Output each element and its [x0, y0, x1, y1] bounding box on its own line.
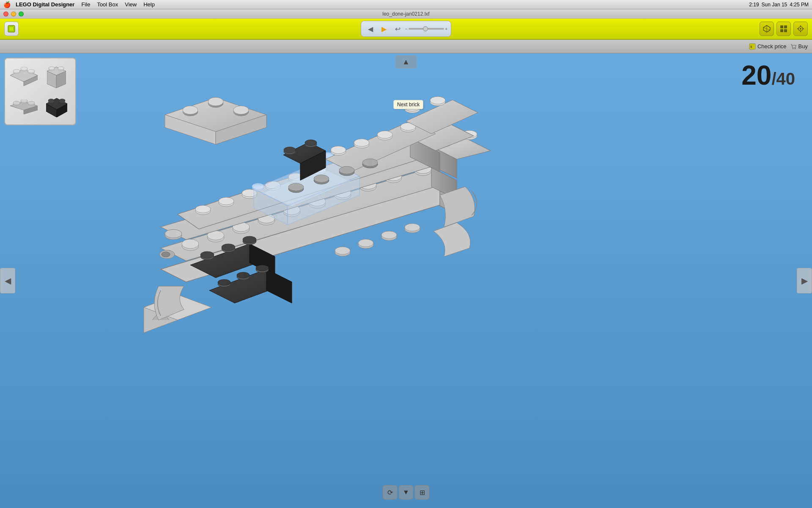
nav-controls: ◀ ▶ ↩ − + — [361, 21, 451, 37]
view-3d-button[interactable] — [760, 22, 774, 36]
svg-rect-7 — [780, 29, 783, 32]
window-title: leo_done-jan0212.lxf — [382, 11, 429, 17]
svg-point-27 — [208, 97, 223, 106]
svg-point-116 — [354, 139, 369, 146]
svg-point-149 — [358, 239, 373, 247]
next-button[interactable]: ▶ — [378, 23, 390, 35]
svg-rect-8 — [784, 29, 787, 32]
svg-point-145 — [256, 265, 269, 271]
svg-point-95 — [222, 244, 235, 251]
refresh-button[interactable]: ↩ — [392, 23, 403, 35]
svg-point-168 — [58, 66, 64, 69]
menubar: 🍎 LEGO Digital Designer File Tool Box Vi… — [0, 0, 812, 9]
svg-point-29 — [233, 106, 249, 114]
scroll-down-button[interactable]: ▼ — [399, 485, 413, 500]
svg-point-172 — [13, 101, 20, 105]
menu-help[interactable]: Help — [143, 1, 155, 8]
scroll-up-button[interactable]: ▲ — [395, 55, 417, 68]
brick-thumb-4 — [41, 92, 72, 121]
svg-point-166 — [49, 66, 55, 69]
svg-point-137 — [362, 159, 378, 166]
time: 4:25 PM — [790, 2, 809, 8]
menu-toolbox[interactable]: Tool Box — [97, 1, 118, 8]
svg-rect-19 — [0, 53, 812, 508]
buy-button[interactable]: Buy — [790, 43, 808, 50]
svg-point-10 — [800, 28, 801, 30]
battery-status: 2:19 — [749, 2, 759, 8]
svg-point-181 — [48, 99, 54, 102]
svg-point-114 — [331, 146, 346, 154]
step-counter: 20/40 — [741, 62, 795, 89]
svg-point-68 — [219, 197, 234, 205]
svg-point-17 — [792, 48, 793, 49]
svg-point-151 — [381, 231, 397, 239]
brick-thumb-3 — [8, 92, 39, 121]
svg-rect-5 — [780, 25, 783, 28]
brick-thumb-2 — [41, 62, 72, 91]
svg-point-135 — [339, 166, 354, 174]
svg-point-147 — [335, 247, 350, 254]
menu-view[interactable]: View — [125, 1, 137, 8]
step-current: 20 — [741, 60, 771, 91]
svg-point-157 — [13, 69, 20, 73]
prev-step-button[interactable]: ◀ — [0, 268, 15, 293]
close-button[interactable] — [3, 11, 8, 17]
svg-point-159 — [21, 67, 27, 70]
svg-point-25 — [183, 106, 198, 114]
sub-toolbar: $ Check price Buy — [0, 40, 812, 53]
main-area: 20/40 ▲ Next brick ◀ ▶ ⟳ ▼ ⊞ — [0, 53, 812, 508]
svg-point-161 — [28, 69, 35, 73]
svg-point-37 — [182, 239, 199, 248]
maximize-button[interactable] — [19, 11, 24, 17]
svg-point-133 — [314, 175, 329, 182]
brick-thumb-1 — [8, 62, 39, 91]
svg-point-143 — [237, 272, 250, 278]
check-price-button[interactable]: $ Check price — [749, 43, 787, 50]
prev-button[interactable]: ◀ — [365, 23, 376, 35]
apple-menu[interactable]: 🍎 — [3, 1, 11, 8]
svg-point-176 — [28, 101, 35, 105]
svg-point-131 — [288, 183, 304, 191]
toolbar-right — [760, 22, 808, 36]
svg-point-103 — [252, 183, 264, 189]
home-button[interactable] — [4, 22, 19, 36]
svg-point-141 — [218, 279, 230, 285]
svg-point-118 — [377, 131, 392, 138]
menu-file[interactable]: File — [81, 1, 90, 8]
svg-point-129 — [162, 252, 170, 257]
svg-point-93 — [200, 251, 214, 258]
svg-point-97 — [243, 236, 256, 243]
svg-rect-6 — [784, 25, 787, 28]
svg-point-127 — [165, 229, 182, 238]
svg-point-174 — [21, 99, 27, 102]
svg-point-111 — [305, 140, 317, 146]
svg-point-125 — [430, 97, 445, 104]
svg-text:$: $ — [750, 45, 752, 49]
bottom-controls: ⟳ ▼ ⊞ — [383, 485, 429, 500]
svg-point-66 — [195, 205, 211, 213]
svg-rect-1 — [9, 27, 14, 31]
rotate-button[interactable]: ⟳ — [383, 485, 397, 500]
zoom-slider[interactable]: − + — [405, 27, 447, 31]
view-toggle-button[interactable] — [776, 22, 791, 36]
svg-point-18 — [794, 48, 795, 49]
app-name: LEGO Digital Designer — [16, 1, 74, 8]
step-total: /40 — [771, 69, 795, 88]
brick-preview-panel — [4, 58, 76, 125]
toolbar: ◀ ▶ ↩ − + — [0, 19, 812, 40]
next-step-button[interactable]: ▶ — [797, 268, 812, 293]
svg-point-153 — [405, 224, 420, 231]
settings-button[interactable] — [793, 22, 808, 36]
svg-point-183 — [59, 99, 65, 102]
datetime: Sun Jan 15 — [762, 2, 787, 8]
minimize-button[interactable] — [11, 11, 16, 17]
grid-button[interactable]: ⊞ — [415, 485, 429, 500]
titlebar: leo_done-jan0212.lxf — [0, 9, 812, 19]
svg-point-109 — [284, 147, 296, 153]
tooltip: Next brick — [393, 100, 423, 109]
